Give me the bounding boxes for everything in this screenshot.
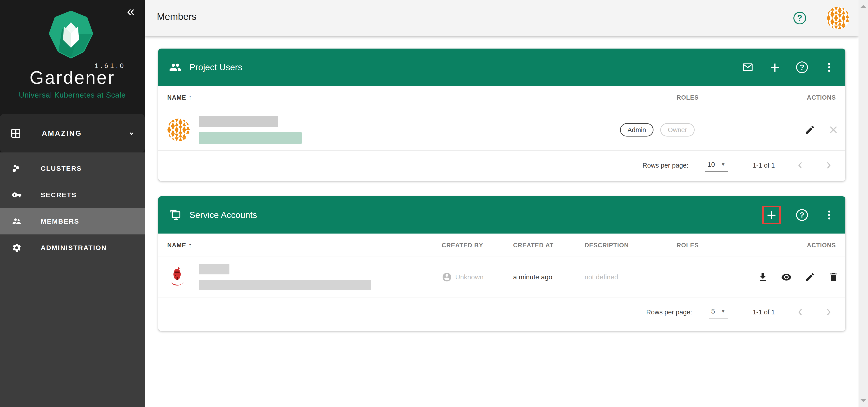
- card-help-button[interactable]: ?: [796, 209, 808, 221]
- chevron-left-icon[interactable]: [794, 306, 806, 318]
- card-header-actions: + ?: [762, 196, 835, 234]
- project-users-header: Project Users + ?: [158, 48, 845, 86]
- add-service-account-button[interactable]: +: [766, 209, 777, 221]
- chevron-left-icon[interactable]: [794, 160, 806, 171]
- card-help-button[interactable]: ?: [796, 61, 808, 73]
- sidebar-item-label: MEMBERS: [41, 217, 79, 225]
- rows-per-page-select[interactable]: 10 ▼: [705, 159, 727, 172]
- help-button[interactable]: ?: [794, 12, 806, 24]
- more-vert-icon: [823, 61, 835, 73]
- caret-down-icon: ▼: [721, 308, 725, 314]
- project-selector[interactable]: AMAZING: [0, 114, 145, 152]
- person-icon: [442, 272, 452, 282]
- service-accounts-pagination: Rows per page: 5 ▼ 1-1 of 1: [158, 298, 845, 327]
- rows-per-page-select[interactable]: 5 ▼: [709, 306, 727, 318]
- sidebar-item-secrets[interactable]: SECRETS: [0, 181, 145, 208]
- pencil-icon: [804, 272, 815, 282]
- sidebar-nav: CLUSTERS SECRETS MEMBERS ADMINISTRATION: [0, 155, 145, 261]
- created-at-cell: a minute ago: [513, 273, 552, 281]
- mail-icon: [742, 61, 754, 73]
- sidebar-item-administration[interactable]: ADMINISTRATION: [0, 234, 145, 261]
- sidebar-collapse-icon[interactable]: «: [127, 4, 135, 18]
- brand-title: Gardener: [0, 67, 145, 88]
- rows-per-page-label: Rows per page:: [643, 162, 688, 169]
- invite-mail-button[interactable]: [742, 61, 754, 73]
- plus-icon: +: [767, 209, 776, 221]
- members-icon: [12, 216, 22, 226]
- scroll-up-arrow-icon[interactable]: [860, 5, 866, 8]
- row-actions: [757, 271, 839, 283]
- project-users-card: Project Users + ?: [158, 48, 845, 181]
- column-header-actions: ACTIONS: [807, 234, 836, 257]
- people-icon: [169, 61, 182, 74]
- column-header-roles: ROLES: [677, 234, 699, 257]
- view-kubeconfig-button[interactable]: [781, 271, 792, 283]
- top-bar: Members ?: [145, 0, 859, 36]
- key-icon: [12, 190, 22, 200]
- sidebar-item-clusters[interactable]: CLUSTERS: [0, 155, 145, 181]
- caret-down-icon: ▼: [721, 162, 725, 167]
- main-area: Members ? Project Users +: [145, 0, 859, 407]
- brand-tagline: Universal Kubernetes at Scale: [0, 91, 145, 99]
- monitor-icon: [169, 209, 182, 222]
- delete-service-account-button[interactable]: [828, 271, 839, 283]
- gardener-logo-icon: [49, 10, 93, 59]
- close-icon: ✕: [829, 124, 838, 136]
- pagination-nav: [794, 160, 835, 171]
- table-row: Admin Owner ✕: [158, 109, 845, 151]
- project-users-pagination: Rows per page: 10 ▼ 1-1 of 1: [158, 151, 845, 180]
- column-header-name[interactable]: NAME ↑: [167, 234, 192, 257]
- scroll-down-arrow-icon[interactable]: [860, 399, 866, 402]
- sidebar-item-members[interactable]: MEMBERS: [0, 208, 145, 234]
- pagination-range: 1-1 of 1: [753, 308, 775, 316]
- service-account-avatar: [168, 267, 186, 287]
- project-users-table-header: NAME ↑ ROLES ACTIONS: [158, 86, 845, 109]
- sidebar: « 1.61.0 Gardener Universal Kubernetes a…: [0, 0, 145, 407]
- page-title: Members: [157, 11, 196, 22]
- remove-member-button[interactable]: ✕: [828, 124, 839, 136]
- pencil-icon: [804, 125, 815, 135]
- column-header-description: DESCRIPTION: [585, 234, 629, 257]
- help-icon: ?: [796, 61, 808, 73]
- created-by-cell: Unknown: [442, 272, 484, 282]
- sort-asc-icon: ↑: [188, 241, 192, 249]
- role-chip-owner: Owner: [660, 123, 694, 136]
- sidebar-item-label: SECRETS: [41, 191, 76, 199]
- user-avatar[interactable]: [827, 7, 849, 29]
- chevron-right-icon[interactable]: [823, 306, 835, 318]
- service-accounts-table-header: NAME ↑ CREATED BY CREATED AT DESCRIPTION…: [158, 234, 845, 257]
- column-header-created-by: CREATED BY: [442, 234, 483, 257]
- service-accounts-header: Service Accounts + ?: [158, 196, 845, 234]
- rows-per-page-label: Rows per page:: [646, 308, 692, 316]
- description-cell: not defined: [585, 273, 618, 281]
- edit-member-button[interactable]: [804, 124, 815, 136]
- service-accounts-card: Service Accounts + ? NAME: [158, 196, 845, 331]
- sort-asc-icon: ↑: [188, 94, 192, 101]
- scrollbar[interactable]: [859, 0, 868, 407]
- plus-icon: +: [770, 61, 780, 73]
- column-header-actions: ACTIONS: [807, 86, 836, 109]
- eye-icon: [781, 272, 792, 282]
- pagination-range: 1-1 of 1: [753, 162, 775, 169]
- edit-service-account-button[interactable]: [804, 271, 815, 283]
- gear-icon: [12, 243, 22, 253]
- download-kubeconfig-button[interactable]: [757, 271, 769, 283]
- chevron-right-icon[interactable]: [823, 160, 835, 171]
- table-row: Unknown a minute ago not defined: [158, 257, 845, 298]
- card-title: Project Users: [189, 62, 242, 72]
- column-header-roles: ROLES: [677, 86, 699, 109]
- download-icon: [757, 272, 768, 282]
- add-member-button[interactable]: +: [769, 61, 781, 73]
- role-chips: Admin Owner: [620, 123, 694, 136]
- column-header-created-at: CREATED AT: [513, 234, 554, 257]
- redacted-member-name: [199, 116, 302, 144]
- column-header-name[interactable]: NAME ↑: [167, 86, 192, 109]
- highlight-box: +: [762, 206, 781, 224]
- more-vert-icon: [823, 209, 835, 221]
- pagination-nav: [794, 306, 835, 318]
- project-grid-icon: [10, 128, 22, 139]
- card-menu-button[interactable]: [823, 209, 835, 221]
- card-menu-button[interactable]: [823, 61, 835, 73]
- project-selector-label: AMAZING: [42, 129, 82, 138]
- help-icon: ?: [796, 209, 808, 221]
